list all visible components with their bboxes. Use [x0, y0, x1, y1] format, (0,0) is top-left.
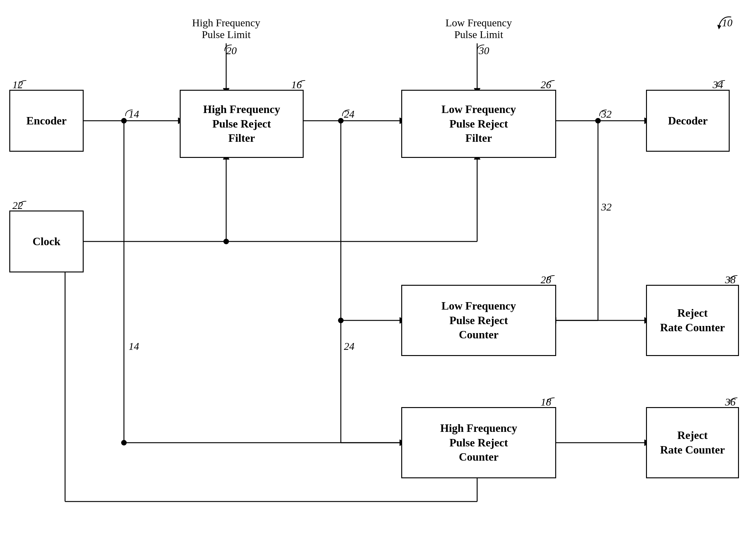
decoder-block: Decoder — [646, 90, 730, 152]
reject-rate-counter-top-block: RejectRate Counter — [646, 285, 739, 356]
clock-block: Clock — [9, 211, 84, 272]
svg-marker-35 — [717, 25, 721, 29]
lf-filter-block: Low FrequencyPulse RejectFilter — [401, 90, 556, 158]
diagram: Encoder Clock High FrequencyPulse Reject… — [0, 0, 756, 543]
hf-counter-block: High FrequencyPulse RejectCounter — [401, 407, 556, 478]
wire-32-side-label: 32 — [601, 201, 612, 213]
junction-clock-hf — [223, 239, 229, 244]
reject-rate-counter-bottom-block: RejectRate Counter — [646, 407, 739, 478]
hf-pulse-limit-label: High FrequencyPulse Limit — [180, 17, 273, 41]
junction-14-hf-counter — [121, 440, 127, 445]
encoder-block: Encoder — [9, 90, 84, 152]
wire-14-bot-label: 14 — [129, 340, 139, 352]
wire-24-bot-label: 24 — [344, 340, 354, 352]
lf-counter-block: Low FrequencyPulse RejectCounter — [401, 285, 556, 356]
junction-24-lf-hf — [338, 317, 344, 323]
lf-pulse-limit-label: Low FrequencyPulse Limit — [432, 17, 525, 41]
connection-lines — [0, 0, 756, 543]
hf-filter-block: High FrequencyPulse RejectFilter — [180, 90, 304, 158]
